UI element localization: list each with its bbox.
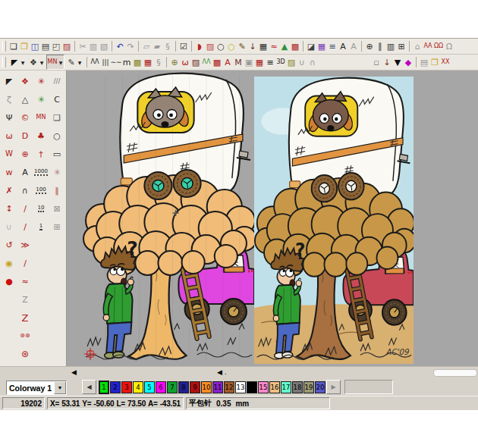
- branching-tool[interactable]: Ψ: [2, 109, 17, 126]
- rectangle-tool[interactable]: ▭: [49, 146, 64, 162]
- sequin-pair-tool[interactable]: ⊛⊛: [17, 327, 33, 344]
- cross-stitch-tool[interactable]: ✗: [2, 182, 17, 199]
- palette-swatch-1[interactable]: 1: [99, 381, 109, 394]
- arc-tool[interactable]: Ϲ: [49, 91, 64, 108]
- tb1-satin-fill-icon[interactable]: ◗: [194, 40, 205, 52]
- tb1-outline-run-icon[interactable]: ○: [215, 40, 226, 52]
- tb2-input-pen-tool[interactable]: ✎▼: [65, 55, 83, 70]
- parallel-lines-tool[interactable]: ///: [49, 73, 64, 89]
- tb2-checker-fill-icon[interactable]: ▦: [254, 56, 265, 68]
- tb1-envelope-icon[interactable]: ΩΩ: [433, 40, 444, 52]
- arch-tool[interactable]: ∩: [17, 182, 33, 199]
- tb1-double-run-icon[interactable]: ≈: [269, 40, 279, 52]
- pan-left-icon[interactable]: ◀: [71, 368, 77, 377]
- tb1-lettering-icon[interactable]: A: [338, 40, 348, 52]
- tb1-color-blend-icon[interactable]: ▦: [316, 40, 327, 52]
- lettering-ornament-tool[interactable]: ✳: [33, 73, 49, 89]
- tb2-column-stitch-icon[interactable]: M: [233, 56, 244, 68]
- tb1-pattern-run-icon[interactable]: ∥: [375, 40, 385, 52]
- toolbar-grip-2[interactable]: [2, 57, 6, 67]
- circle-tool[interactable]: ©: [17, 109, 33, 126]
- tb1-outline-yellow-icon[interactable]: ○: [226, 40, 237, 52]
- tb2-travel-start-icon[interactable]: ◆: [403, 56, 414, 68]
- travel-stitch-tool-2[interactable]: ∕: [17, 218, 33, 235]
- design-canvas[interactable]: ?: [67, 70, 478, 366]
- tb2-star-fill-icon[interactable]: ▩: [212, 56, 222, 68]
- palette-swatch-10[interactable]: 10: [201, 381, 212, 393]
- palette-swatch-14[interactable]: 14: [247, 381, 257, 393]
- tb2-load-design-icon[interactable]: ❐: [429, 56, 440, 68]
- z-stitch-tool[interactable]: Z: [17, 291, 33, 308]
- tb2-globe-fill-icon[interactable]: ⊕: [169, 56, 180, 68]
- export-design-tool[interactable]: ❏: [49, 109, 64, 126]
- tb1-insert-artwork-icon[interactable]: ▨: [61, 40, 72, 52]
- closed-shape-tool[interactable]: △: [17, 91, 33, 108]
- tb2-polygon-select-dropdown-icon[interactable]: ▼: [39, 60, 45, 65]
- tb2-program-split-icon[interactable]: ▩: [132, 56, 143, 68]
- flower-fill-tool[interactable]: ✳: [49, 164, 64, 180]
- tb1-needle-drop-icon[interactable]: ↓: [247, 40, 258, 52]
- palette-swatch-5[interactable]: 5: [144, 381, 155, 393]
- tb1-print-icon[interactable]: ▤: [40, 40, 51, 52]
- tb2-laydown-fill-icon[interactable]: ▦: [143, 56, 153, 68]
- tb1-pattern-fill-icon[interactable]: ▥: [385, 40, 396, 52]
- stitch-length-10[interactable]: 10: [33, 200, 49, 217]
- sphere-fill-tool[interactable]: ⊕: [17, 146, 33, 162]
- tb2-polygon-select-icon[interactable]: ❖: [28, 56, 39, 68]
- fill-shape-tool[interactable]: ♣: [33, 127, 49, 144]
- palette-swatch-4[interactable]: 4: [133, 381, 143, 393]
- palette-swatch-12[interactable]: 12: [224, 381, 234, 393]
- scroll-left-icon[interactable]: ◀ .: [217, 368, 227, 377]
- fill-color-tool[interactable]: ◉: [2, 255, 17, 271]
- tb2-stitch-lines-icon[interactable]: ≡: [265, 56, 275, 68]
- tb2-e-stitch-icon[interactable]: |||: [100, 56, 111, 68]
- tb2-run-stitch-dropdown-icon[interactable]: ▼: [58, 60, 64, 65]
- tb1-bitmap-view-icon[interactable]: ◪: [306, 40, 316, 52]
- tb2-zigzag-stitch-icon[interactable]: ΛΛ: [90, 56, 100, 68]
- motif-d-tool[interactable]: D: [17, 127, 33, 144]
- palette-scroll-right-button[interactable]: ▶: [326, 380, 341, 394]
- tb1-save-icon[interactable]: ◫: [30, 40, 40, 52]
- colorway-select[interactable]: Colorway 1 ▼: [6, 381, 67, 395]
- tb2-polygon-select-tool[interactable]: ❖▼: [27, 55, 46, 70]
- colorway-dropdown-icon[interactable]: ▼: [54, 381, 66, 394]
- tb1-object-list-icon[interactable]: ≡: [327, 40, 338, 52]
- tb2-travel-end-icon[interactable]: ▼: [392, 56, 403, 68]
- zigzag-w-tool[interactable]: w: [2, 164, 17, 180]
- tb2-view-3d-icon[interactable]: 3D: [275, 56, 286, 68]
- toolbar-grip[interactable]: [2, 41, 6, 52]
- tb2-select-tool[interactable]: ◤▼: [8, 55, 27, 70]
- palette-swatch-6[interactable]: 6: [156, 381, 166, 393]
- rotate-ellipse-tool[interactable]: ↺: [2, 237, 17, 253]
- tb2-sculpture-run-icon[interactable]: §: [153, 56, 164, 68]
- needle-updown-tool[interactable]: ↕: [2, 200, 17, 217]
- travel-zigzag-tool[interactable]: ≈: [17, 273, 33, 290]
- palette-swatch-17[interactable]: 17: [281, 381, 291, 393]
- select-tool[interactable]: ◤: [2, 73, 17, 89]
- palette-swatch-9[interactable]: 9: [190, 381, 200, 393]
- travel-stitch-tool-3[interactable]: ∕: [17, 255, 33, 271]
- stitch-length-1000[interactable]: 1000: [33, 164, 49, 180]
- tb1-auto-digitize-icon[interactable]: ☑: [178, 40, 189, 52]
- palette-swatch-20[interactable]: 20: [315, 381, 325, 393]
- tb2-backstitch-icon[interactable]: m: [121, 56, 132, 68]
- fan-tool[interactable]: ∪: [2, 218, 17, 235]
- run-stitch-tool[interactable]: MN: [33, 109, 49, 126]
- scrollbar-thumb[interactable]: [433, 369, 477, 377]
- tb1-texture-fill-icon[interactable]: ▩: [290, 40, 300, 52]
- z-stitch-red-tool[interactable]: Z: [17, 309, 33, 326]
- tb2-select-dropdown-icon[interactable]: ▼: [20, 60, 26, 65]
- tb2-select-icon[interactable]: ◤: [9, 56, 20, 68]
- digitized-design[interactable]: [83, 72, 254, 364]
- palette-swatch-11[interactable]: 11: [212, 381, 223, 393]
- tb2-input-pen-dropdown-icon[interactable]: ▼: [77, 60, 83, 65]
- needle-tool[interactable]: †: [33, 146, 49, 162]
- stop-tool[interactable]: ●: [2, 273, 17, 290]
- tb2-motif-run-icon[interactable]: ∼∼: [111, 56, 121, 68]
- tb1-fancy-fill-icon[interactable]: ▨: [205, 40, 215, 52]
- tb2-hatch-olive-icon[interactable]: ▨: [286, 56, 297, 68]
- palette-swatch-2[interactable]: 2: [110, 381, 121, 393]
- tb1-undo-icon[interactable]: ↶: [115, 40, 125, 52]
- travel-stitch-tool-1[interactable]: ∕: [17, 200, 33, 217]
- tb1-open-icon[interactable]: ❐: [19, 40, 30, 52]
